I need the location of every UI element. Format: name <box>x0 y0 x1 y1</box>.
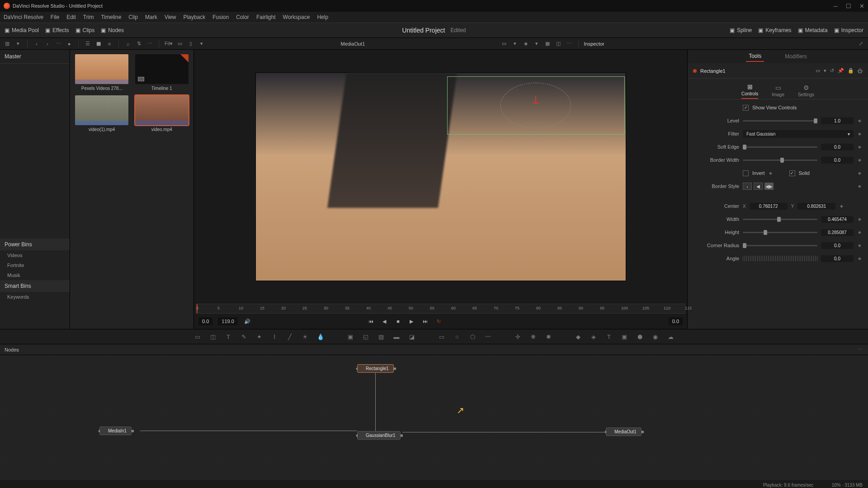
clip-thumbnail[interactable] <box>75 95 128 125</box>
effects-button[interactable]: ▣Effects <box>45 27 69 33</box>
clip-thumbnail[interactable] <box>75 54 128 84</box>
polygon-mask-icon[interactable]: ⬠ <box>468 332 477 341</box>
borderwidth-slider[interactable] <box>743 160 817 161</box>
keyframe-diamond-icon[interactable]: ◆ <box>857 158 862 162</box>
keyframe-diamond-icon[interactable]: ◆ <box>769 171 773 175</box>
letterbox-tool-icon[interactable]: ▬ <box>392 332 401 341</box>
node-rectangle1[interactable]: Rectangle1 <box>357 364 394 373</box>
ellipse-mask-icon[interactable]: ○ <box>453 332 462 341</box>
filter-dropdown[interactable]: Fast Gaussian▾ <box>743 130 854 138</box>
grid-icon[interactable]: ▦ <box>544 40 551 47</box>
keyframe-diamond-icon[interactable]: ◆ <box>857 131 862 136</box>
menu-color[interactable]: Color <box>236 14 249 20</box>
inspector-subtab-image[interactable]: ▭Image <box>772 84 784 99</box>
pin-icon[interactable]: 📌 <box>838 68 844 74</box>
menu-view[interactable]: View <box>165 14 176 20</box>
menu-workspace[interactable]: Workspace <box>283 14 310 20</box>
merge3d-tool-icon[interactable]: ⬢ <box>635 332 644 341</box>
softedge-slider[interactable] <box>743 146 817 148</box>
bspline-mask-icon[interactable]: 〰 <box>483 332 492 341</box>
chevron-down-icon[interactable]: ▾ <box>198 40 205 47</box>
nav-fwd-icon[interactable]: › <box>44 40 51 47</box>
line-tool-icon[interactable]: ╱ <box>285 332 294 341</box>
rectangle-overlay[interactable] <box>447 76 625 135</box>
height-slider[interactable] <box>743 232 817 233</box>
keyframes-button[interactable]: ▣Keyframes <box>758 27 791 33</box>
angle-scrubber[interactable] <box>743 256 817 261</box>
inspector-subtab-controls[interactable]: ⊞Controls <box>741 84 758 99</box>
background-tool-icon[interactable]: ▭ <box>193 332 202 341</box>
power-icon[interactable]: ⏻ <box>858 68 863 74</box>
clip-item[interactable]: Pexels Videos 278... <box>74 54 130 91</box>
camera3d-tool-icon[interactable]: ▣ <box>620 332 629 341</box>
view-a-icon[interactable]: ▭ <box>176 40 184 47</box>
list-view-icon[interactable]: ☰ <box>84 40 91 47</box>
particles-tool-icon[interactable]: ✢ <box>513 332 522 341</box>
angle-value[interactable]: 0.0 <box>821 255 854 262</box>
menu-playback[interactable]: Playback <box>183 14 205 20</box>
keyframe-diamond-icon[interactable]: ◆ <box>839 204 844 208</box>
tracker-tool-icon[interactable]: ✦ <box>255 332 264 341</box>
smart-bins-header[interactable]: Smart Bins <box>0 280 70 292</box>
lock-icon[interactable]: 🔒 <box>848 68 854 74</box>
node-mediain1[interactable]: MediaIn1 <box>99 427 132 435</box>
search-icon[interactable]: ⌕ <box>124 40 132 47</box>
show-view-controls-checkbox[interactable]: ✓ <box>743 105 749 111</box>
pool-layout-icon[interactable]: ▥ <box>4 40 11 47</box>
close-button[interactable]: ✕ <box>859 3 864 9</box>
media-pool-button[interactable]: ▣Media Pool <box>5 27 39 33</box>
center-x-value[interactable]: 0.760172 <box>750 203 788 210</box>
spline-button[interactable]: ▣Spline <box>730 27 752 33</box>
loop-button[interactable]: ↻ <box>434 317 443 325</box>
time-in[interactable]: 0.0 <box>198 317 212 325</box>
keyframe-diamond-icon[interactable]: ◆ <box>857 145 862 149</box>
level-value[interactable]: 1.0 <box>821 117 854 124</box>
inspector-subtab-settings[interactable]: ⚙Settings <box>798 84 814 99</box>
pemit-tool-icon[interactable]: ✺ <box>544 332 553 341</box>
chevron-down-icon[interactable]: ▾ <box>533 40 540 47</box>
level-slider[interactable] <box>743 120 817 122</box>
sort-icon[interactable]: ⇅ <box>135 40 142 47</box>
time-ruler[interactable]: 0510152025303540455055606570758085909510… <box>196 304 685 314</box>
corner-slider[interactable] <box>743 245 817 246</box>
play-button[interactable]: ▶ <box>407 317 415 325</box>
more2-icon[interactable]: ⋯ <box>146 40 153 47</box>
text-tool-icon[interactable]: T <box>224 332 233 341</box>
grid-view-icon[interactable]: ▦ <box>95 40 102 47</box>
smartbin-keywords[interactable]: Keywords <box>0 292 70 302</box>
borderstyle-both-button[interactable]: ◀▶ <box>764 183 774 190</box>
clips-button[interactable]: ▣Clips <box>75 27 95 33</box>
nodes-button[interactable]: ▣Nodes <box>101 27 124 33</box>
light-tool-icon[interactable]: ☀ <box>301 332 310 341</box>
snap-icon[interactable]: ◈ <box>522 40 529 47</box>
inspector-tab-tools[interactable]: Tools <box>746 51 764 62</box>
expand-icon[interactable]: ⤢ <box>857 40 864 47</box>
last-frame-button[interactable]: ⏭ <box>421 317 429 325</box>
blur-tool-icon[interactable]: 💧 <box>316 332 325 341</box>
keyframe-diamond-icon[interactable]: ◆ <box>857 118 862 123</box>
clip-thumbnail[interactable] <box>135 54 189 84</box>
invert-checkbox[interactable] <box>743 170 749 176</box>
merge-tool-icon[interactable]: ◫ <box>208 332 217 341</box>
menu-file[interactable]: File <box>51 14 59 20</box>
stop-button[interactable]: ■ <box>394 317 402 325</box>
image3d-tool-icon[interactable]: ◈ <box>589 332 598 341</box>
maximize-button[interactable]: ☐ <box>846 3 851 9</box>
menu-help[interactable]: Help <box>317 14 328 20</box>
node-mediaout1[interactable]: MediaOut1 <box>606 427 642 436</box>
powerbin-videos[interactable]: Videos <box>0 250 70 260</box>
nav-back-icon[interactable]: ‹ <box>33 40 40 47</box>
borderstyle-none-button[interactable]: ⬩ <box>743 183 752 190</box>
keyframe-diamond-icon[interactable]: ◆ <box>857 243 862 248</box>
inspector-tab-modifiers[interactable]: Modifiers <box>782 52 810 61</box>
fit-dropdown[interactable]: Fit▾ <box>165 41 173 47</box>
paint-tool-icon[interactable]: ✎ <box>239 332 248 341</box>
menu-mark[interactable]: Mark <box>145 14 157 20</box>
chevron-down-icon[interactable]: ▾ <box>511 40 519 47</box>
menu-clip[interactable]: Clip <box>128 14 138 20</box>
borderwidth-value[interactable]: 0.0 <box>821 157 854 164</box>
width-slider[interactable] <box>743 219 817 220</box>
keyframe-diamond-icon[interactable]: ◆ <box>857 256 862 261</box>
more3-icon[interactable]: ⋯ <box>566 40 573 47</box>
viewer-mode-icon[interactable]: ▭ <box>500 40 508 47</box>
